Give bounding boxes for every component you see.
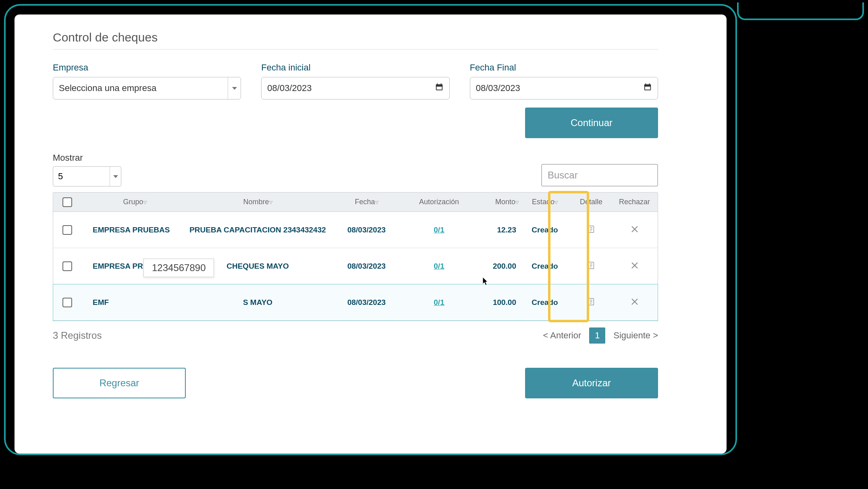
empresa-label: Empresa [53, 62, 241, 73]
table-row: EMPRESA PRUEBAS PRUEBA CAPACITACION 2343… [53, 212, 658, 248]
bottom-actions: Regresar Autorizar [53, 368, 658, 398]
sort-icon: ▽ [375, 200, 378, 205]
page-title: Control de cheques [53, 31, 658, 50]
detail-icon[interactable] [586, 296, 596, 307]
list-controls: Mostrar 5 Buscar [53, 153, 658, 186]
search-placeholder: Buscar [548, 170, 578, 181]
svg-rect-2 [437, 83, 438, 85]
continue-button[interactable]: Continuar [525, 108, 658, 138]
next-page[interactable]: Siguiente > [613, 330, 658, 341]
show-label: Mostrar [53, 153, 121, 163]
detail-icon[interactable] [586, 224, 596, 234]
cell-fecha: 08/03/2023 [327, 262, 406, 271]
filter-actions: Continuar [53, 108, 658, 138]
header-autorizacion[interactable]: Autorización [406, 198, 472, 206]
table-wrap: Grupo▽ Nombre▽ Fecha▽ Autorización Monto… [53, 192, 658, 321]
chevron-down-icon [110, 167, 121, 186]
fecha-inicial-label: Fecha inicial [261, 62, 449, 73]
row-checkbox[interactable] [62, 225, 72, 235]
header-nombre[interactable]: Nombre▽ [188, 198, 327, 206]
header-fecha[interactable]: Fecha▽ [327, 198, 406, 206]
cell-monto: 100.00 [472, 298, 519, 307]
page-number[interactable]: 1 [589, 327, 605, 344]
cell-nombre: S MAYO [188, 298, 327, 307]
row-checkbox[interactable] [62, 261, 72, 271]
authorize-button[interactable]: Autorizar [525, 368, 658, 398]
cell-grupo: EMF [81, 298, 188, 307]
sort-icon: ▽ [554, 200, 558, 205]
header-rechazar: Rechazar [611, 198, 658, 206]
fecha-inicial-input[interactable]: 08/03/2023 [261, 77, 449, 99]
svg-rect-3 [440, 83, 441, 85]
header-monto[interactable]: Monto▽ [472, 198, 519, 206]
search-input[interactable]: Buscar [541, 164, 658, 186]
calendar-icon [435, 83, 444, 94]
filters-row: Empresa Selecciona una empresa Fecha ini… [53, 62, 658, 99]
svg-rect-7 [645, 83, 646, 85]
fecha-final-field: Fecha Final 08/03/2023 [470, 62, 658, 99]
tooltip: 1234567890 [143, 259, 214, 277]
header-detalle: Detalle [571, 198, 611, 206]
page-size-select[interactable]: 5 [53, 166, 121, 186]
app-screen: Control de cheques Empresa Selecciona un… [15, 15, 727, 454]
auth-link[interactable]: 0/1 [434, 262, 444, 270]
svg-rect-1 [436, 85, 442, 86]
cell-estado: Creado [519, 298, 571, 307]
svg-rect-6 [644, 85, 651, 86]
svg-rect-4 [436, 87, 442, 89]
auth-link[interactable]: 0/1 [434, 226, 444, 234]
detail-icon[interactable] [586, 260, 596, 271]
cheques-table: Grupo▽ Nombre▽ Fecha▽ Autorización Monto… [53, 192, 658, 321]
cell-fecha: 08/03/2023 [327, 226, 406, 234]
cell-monto: 200.00 [472, 262, 519, 271]
empresa-field: Empresa Selecciona una empresa [53, 62, 241, 99]
auth-link[interactable]: 0/1 [434, 298, 444, 307]
row-checkbox[interactable] [62, 298, 72, 307]
cell-fecha: 08/03/2023 [327, 298, 406, 307]
records-count: 3 Registros [53, 330, 102, 341]
table-header: Grupo▽ Nombre▽ Fecha▽ Autorización Monto… [53, 193, 658, 212]
back-button[interactable]: Regresar [53, 368, 186, 398]
chevron-down-icon [228, 77, 241, 99]
header-grupo[interactable]: Grupo▽ [81, 198, 188, 206]
close-icon[interactable] [629, 296, 640, 307]
close-icon[interactable] [629, 260, 640, 271]
fecha-inicial-value: 08/03/2023 [267, 83, 311, 93]
empresa-placeholder: Selecciona una empresa [59, 83, 156, 93]
device-frame: Control de cheques Empresa Selecciona un… [4, 4, 737, 455]
header-estado[interactable]: Estado▽ [519, 198, 571, 206]
cell-estado: Creado [519, 262, 571, 271]
calendar-icon [643, 83, 652, 94]
table-row: EMF S MAYO 08/03/2023 0/1 100.00 Creado [53, 284, 658, 321]
fecha-inicial-field: Fecha inicial 08/03/2023 [261, 62, 449, 99]
select-all-checkbox[interactable] [62, 197, 72, 207]
sort-icon: ▽ [515, 200, 519, 205]
close-icon[interactable] [629, 224, 640, 234]
cell-estado: Creado [519, 226, 571, 234]
sort-icon: ▽ [269, 200, 272, 205]
pagination: < Anterior 1 Siguiente > [543, 327, 658, 344]
cell-monto: 12.23 [472, 226, 519, 234]
sort-icon: ▽ [143, 200, 147, 205]
fecha-final-value: 08/03/2023 [476, 83, 520, 93]
empresa-select[interactable]: Selecciona una empresa [53, 77, 241, 99]
fecha-final-input[interactable]: 08/03/2023 [470, 77, 658, 99]
cell-grupo: EMPRESA PRUEBAS [81, 226, 188, 234]
cell-nombre: PRUEBA CAPACITACION 2343432432 [188, 226, 327, 234]
device-base [737, 2, 864, 20]
svg-rect-8 [649, 83, 650, 85]
header-checkbox-col [53, 197, 81, 207]
svg-rect-9 [645, 87, 650, 89]
prev-page[interactable]: < Anterior [543, 330, 581, 341]
table-footer: 3 Registros < Anterior 1 Siguiente > [53, 327, 658, 344]
fecha-final-label: Fecha Final [470, 62, 658, 73]
page-size-value: 5 [58, 171, 63, 182]
